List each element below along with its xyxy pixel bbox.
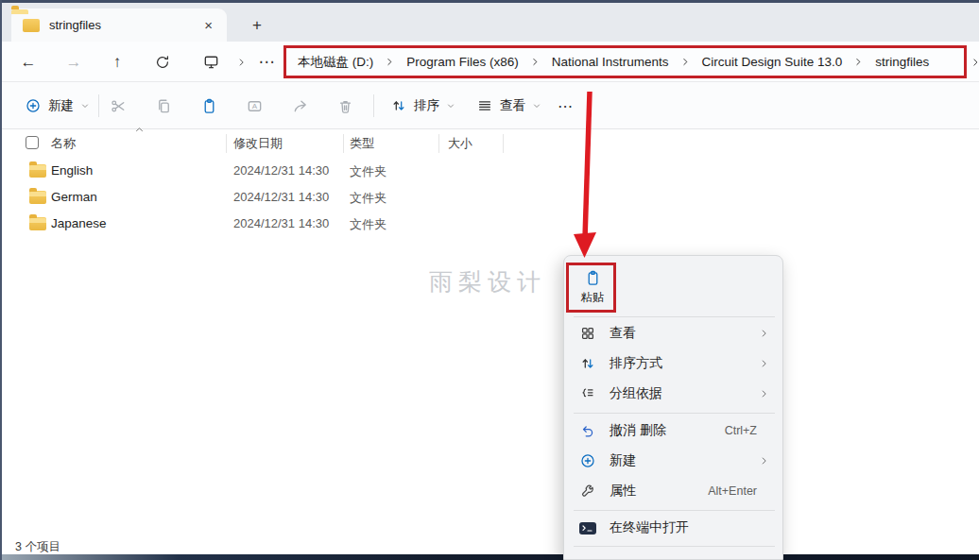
- tab-bar: stringfiles × +: [2, 3, 979, 42]
- file-modified: 2024/12/31 14:30: [233, 216, 329, 230]
- navigation-bar: ← → ↑ ⋯ 本地磁盘 (D:) Program Files (x86) Na…: [2, 42, 979, 82]
- chevron-right-icon: [530, 57, 541, 67]
- menu-item-new[interactable]: 新建: [569, 446, 780, 476]
- divider: [574, 413, 775, 414]
- wrench-icon: [578, 483, 597, 500]
- up-icon[interactable]: ↑: [101, 46, 133, 78]
- cut-icon[interactable]: [101, 89, 135, 123]
- back-icon[interactable]: ←: [12, 46, 44, 78]
- menu-item-properties[interactable]: 属性 Alt+Enter: [569, 476, 780, 506]
- divider: [574, 510, 775, 511]
- window-bottom-edge: [2, 554, 979, 560]
- column-header-type[interactable]: 类型: [350, 135, 374, 152]
- menu-item-label: 撤消 删除: [610, 422, 725, 439]
- file-type: 文件夹: [350, 163, 386, 180]
- window-top-border: [2, 0, 979, 3]
- tab-title: stringfiles: [49, 18, 201, 32]
- view-button[interactable]: 查看: [469, 89, 549, 123]
- folder-icon: [29, 217, 46, 230]
- breadcrumb-item-circuit-design-suite[interactable]: Circuit Design Suite 13.0: [700, 55, 845, 69]
- menu-item-undo-delete[interactable]: 撤消 删除 Ctrl+Z: [569, 416, 780, 446]
- plus-circle-icon: [25, 97, 42, 114]
- command-toolbar: 新建 A 排序: [2, 82, 979, 129]
- share-icon[interactable]: [283, 89, 317, 123]
- sort-ascending-caret-icon: [134, 125, 145, 135]
- watermark: 雨梨设计: [429, 266, 546, 297]
- plus-circle-icon: [578, 452, 597, 469]
- divider[interactable]: [503, 134, 504, 153]
- table-row[interactable]: German 2024/12/31 14:30 文件夹: [2, 184, 979, 211]
- divider: [98, 94, 99, 117]
- file-name[interactable]: English: [51, 163, 93, 178]
- menu-item-shortcut: Ctrl+Z: [725, 424, 757, 437]
- breadcrumb-item-program-files[interactable]: Program Files (x86): [404, 55, 521, 69]
- svg-text:A: A: [251, 102, 257, 110]
- file-modified: 2024/12/31 14:30: [233, 190, 329, 204]
- view-button-label: 查看: [500, 97, 525, 114]
- file-type: 文件夹: [350, 216, 386, 233]
- breadcrumb-item-drive[interactable]: 本地磁盘 (D:): [296, 54, 375, 71]
- new-button[interactable]: 新建: [17, 89, 97, 123]
- menu-item-sort-by[interactable]: 排序方式: [569, 348, 780, 379]
- explorer-window: stringfiles × + ← → ↑ ⋯ 本地磁盘 (D:) Progra…: [0, 0, 979, 560]
- new-button-label: 新建: [48, 97, 74, 114]
- breadcrumb-item-stringfiles[interactable]: stringfiles: [873, 55, 931, 69]
- chevron-right-icon: [853, 57, 864, 67]
- menu-item-view[interactable]: 查看: [569, 318, 780, 348]
- this-pc-icon[interactable]: [195, 46, 227, 78]
- menu-item-label: 分组依据: [610, 385, 759, 402]
- menu-item-label: 查看: [610, 325, 759, 342]
- refresh-icon[interactable]: [146, 46, 179, 78]
- breadcrumb-item-national-instruments[interactable]: National Instruments: [550, 55, 671, 69]
- delete-icon[interactable]: [328, 89, 362, 123]
- column-header-modified[interactable]: 修改日期: [233, 135, 283, 152]
- terminal-icon: [578, 522, 597, 535]
- status-bar-item-count: 3 个项目: [15, 539, 60, 555]
- menu-item-label: 排序方式: [610, 355, 759, 372]
- tab-stringfiles[interactable]: stringfiles ×: [11, 8, 227, 42]
- sort-arrows-icon: [390, 97, 407, 114]
- table-row[interactable]: Japanese 2024/12/31 14:30 文件夹: [2, 211, 979, 237]
- chevron-down-icon: [532, 101, 541, 110]
- column-header-size[interactable]: 大小: [448, 135, 472, 152]
- file-modified: 2024/12/31 14:30: [233, 163, 329, 178]
- folder-icon: [29, 164, 46, 178]
- tab-close-icon[interactable]: ×: [201, 17, 215, 33]
- divider: [574, 316, 775, 317]
- sort-button[interactable]: 排序: [383, 89, 463, 123]
- view-lines-icon: [476, 97, 493, 114]
- divider[interactable]: [343, 134, 344, 153]
- menu-item-group-by[interactable]: 分组依据: [569, 379, 780, 409]
- copy-icon[interactable]: [146, 89, 180, 123]
- chevron-right-icon: [680, 57, 691, 67]
- select-all-checkbox[interactable]: [26, 136, 39, 149]
- folder-icon: [23, 19, 40, 32]
- file-name[interactable]: German: [51, 190, 97, 204]
- chevron-right-icon: [759, 358, 770, 369]
- chevron-down-icon: [446, 101, 455, 110]
- menu-item-label: 属性: [610, 483, 708, 500]
- menu-item-label: 新建: [610, 452, 759, 469]
- annotation-paste-highlight-box: [566, 263, 616, 313]
- table-row[interactable]: English 2024/12/31 14:30 文件夹: [2, 158, 979, 184]
- paste-icon[interactable]: [192, 89, 226, 123]
- crumb-overflow-icon[interactable]: ⋯: [250, 46, 283, 78]
- sort-arrows-icon: [578, 355, 597, 372]
- forward-icon[interactable]: →: [58, 46, 90, 78]
- divider[interactable]: [438, 134, 439, 153]
- chevron-right-icon: [759, 388, 770, 399]
- grid-icon: [578, 325, 597, 342]
- chevron-right-icon: [385, 57, 395, 67]
- breadcrumb: 本地磁盘 (D:) Program Files (x86) National I…: [283, 45, 967, 78]
- divider[interactable]: [226, 134, 227, 153]
- undo-icon: [578, 422, 597, 439]
- column-header-name[interactable]: 名称: [51, 135, 76, 152]
- new-tab-button[interactable]: +: [246, 14, 268, 37]
- sort-button-label: 排序: [414, 97, 439, 114]
- more-options-icon[interactable]: ⋯: [548, 89, 582, 123]
- file-name[interactable]: Japanese: [51, 216, 107, 230]
- rename-icon[interactable]: A: [237, 89, 271, 123]
- column-header-row: 名称 修改日期 类型 大小: [2, 129, 979, 157]
- menu-item-label: 在终端中打开: [610, 519, 780, 536]
- menu-item-open-in-terminal[interactable]: 在终端中打开: [569, 513, 780, 543]
